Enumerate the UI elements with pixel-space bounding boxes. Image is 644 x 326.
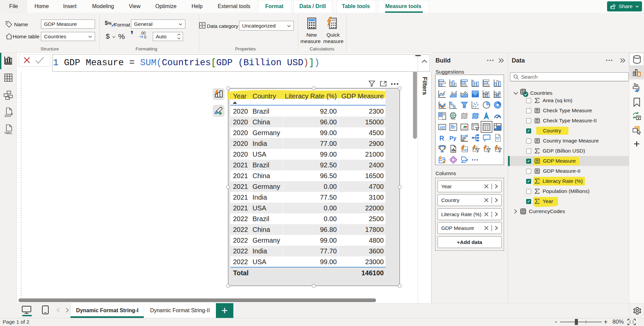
- svg-text:123: 123: [440, 125, 445, 129]
- svg-text:Py: Py: [450, 135, 457, 141]
- svg-text:TMDL: TMDL: [4, 131, 12, 134]
- svg-text:DAX: DAX: [5, 114, 11, 118]
- svg-text:123: 123: [463, 148, 468, 152]
- svg-text:R: R: [440, 134, 445, 142]
